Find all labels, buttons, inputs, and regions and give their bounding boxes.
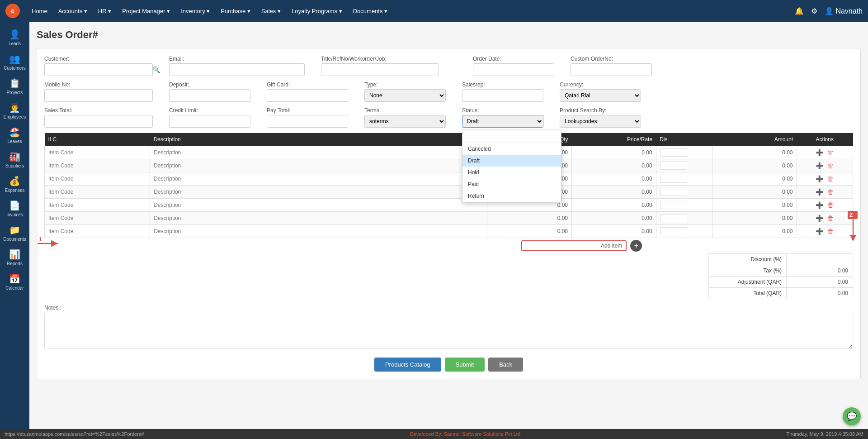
delete-row-button[interactable]: 🗑 xyxy=(826,214,835,222)
customer-search-button[interactable]: 🔍 xyxy=(152,66,160,73)
title-ref-group: Title/RefNo/Workorder/Job: xyxy=(321,56,466,76)
add-item-plus-button[interactable]: + xyxy=(630,240,642,252)
nav-sales[interactable]: Sales ▾ xyxy=(257,5,285,17)
product-search-select[interactable]: Lookupcodes xyxy=(560,115,641,128)
add-row-button[interactable]: ➕ xyxy=(814,201,825,209)
email-input[interactable] xyxy=(169,63,305,76)
cell-description: Description xyxy=(150,159,487,172)
delete-row-button[interactable]: 🗑 xyxy=(826,188,835,196)
pay-total-group: Pay Total: xyxy=(267,107,357,128)
pay-total-input[interactable] xyxy=(267,115,348,128)
sidebar-item-documents[interactable]: 📁 Documents xyxy=(0,221,29,245)
nav-hr[interactable]: HR ▾ xyxy=(94,5,116,17)
status-group: Status: Draft Canceled Draft Hold Paid R… xyxy=(462,107,552,128)
add-row-button[interactable]: ➕ xyxy=(814,188,825,196)
custom-order-input[interactable] xyxy=(571,63,652,76)
notes-textarea[interactable] xyxy=(44,313,853,349)
product-search-group: Product Search By: Lookupcodes xyxy=(560,107,650,128)
nav-inventory[interactable]: Inventory ▾ xyxy=(176,5,214,17)
status-option-paid[interactable]: Paid xyxy=(462,178,561,190)
cell-description: Description xyxy=(150,186,487,199)
chat-bubble[interactable]: 💬 xyxy=(843,407,861,425)
salesrep-input[interactable]: nayank xyxy=(462,89,543,102)
sidebar-item-reports[interactable]: 📊 Reports xyxy=(0,245,29,270)
cell-dis[interactable] xyxy=(656,186,712,199)
status-option-hold[interactable]: Hold xyxy=(462,167,561,178)
order-date-input[interactable]: 2019-05-09 xyxy=(473,63,554,76)
nav-menu: Home Accounts ▾ HR ▾ Project Manager ▾ I… xyxy=(27,5,795,17)
cell-dis[interactable] xyxy=(656,159,712,172)
terms-select[interactable]: soterms xyxy=(364,115,446,128)
table-row: Item Code Description 0.00 0.00 0.00 ➕ 🗑 xyxy=(45,199,853,212)
credit-limit-input[interactable] xyxy=(169,115,250,128)
settings-icon[interactable]: ⚙ xyxy=(811,7,817,15)
sidebar-item-label: Invoices xyxy=(6,212,23,217)
cell-price: 0.00 xyxy=(572,146,656,159)
nav-documents[interactable]: Documents ▾ xyxy=(349,5,392,17)
add-item-input[interactable] xyxy=(526,243,598,249)
delete-row-button[interactable]: 🗑 xyxy=(826,201,835,209)
sidebar-item-calendar[interactable]: 📅 Calendar xyxy=(0,270,29,294)
sales-total-group: Sales Total: xyxy=(44,107,162,128)
type-select[interactable]: None xyxy=(364,89,446,102)
sidebar-item-expenses[interactable]: 💰 Expenses xyxy=(0,172,29,196)
title-ref-input[interactable] xyxy=(321,63,439,76)
custom-order-label: Custom OrderNo: xyxy=(571,56,661,62)
cell-description: Description xyxy=(150,225,487,238)
products-catalog-button[interactable]: Products Catalog xyxy=(374,358,441,372)
nav-accounts[interactable]: Accounts ▾ xyxy=(54,5,92,17)
cell-dis[interactable] xyxy=(656,199,712,212)
currency-select[interactable]: Qatari Rial xyxy=(560,89,641,102)
delete-row-button[interactable]: 🗑 xyxy=(826,162,835,170)
submit-button[interactable]: Submit xyxy=(445,358,485,372)
status-option-return[interactable]: Return xyxy=(462,190,561,202)
sidebar-item-label: Reports xyxy=(7,261,23,266)
mobile-input[interactable] xyxy=(44,89,153,102)
sidebar-item-leaves[interactable]: 🏖️ Leaves xyxy=(0,123,29,148)
status-option-canceled[interactable]: Canceled xyxy=(462,143,561,155)
deposit-label: Deposit: xyxy=(169,81,259,88)
nav-purchase[interactable]: Purchase ▾ xyxy=(216,5,255,17)
gift-card-input[interactable] xyxy=(267,89,348,102)
discount-value[interactable] xyxy=(787,254,853,265)
add-row-button[interactable]: ➕ xyxy=(814,162,825,170)
cell-dis[interactable] xyxy=(656,146,712,159)
add-row-button[interactable]: ➕ xyxy=(814,214,825,222)
customer-input[interactable] xyxy=(44,63,153,76)
user-profile[interactable]: 👤 Navnath xyxy=(825,7,863,15)
notes-label: Notes : xyxy=(44,305,853,311)
cell-price: 0.00 xyxy=(572,159,656,172)
deposit-input[interactable] xyxy=(169,89,250,102)
sales-total-input[interactable] xyxy=(44,115,153,128)
add-row-button[interactable]: ➕ xyxy=(814,175,825,183)
cell-price: 0.00 xyxy=(572,172,656,186)
sidebar-item-customers[interactable]: 👥 Customers xyxy=(0,50,29,74)
sidebar-item-leads[interactable]: 👤 Leads xyxy=(0,25,29,50)
nav-home[interactable]: Home xyxy=(27,5,52,17)
delete-row-button[interactable]: 🗑 xyxy=(826,227,835,235)
status-option-draft[interactable]: Draft xyxy=(462,155,561,167)
sidebar-item-invoices[interactable]: 📄 Invoices xyxy=(0,196,29,221)
status-select[interactable]: Draft xyxy=(462,115,543,128)
cell-dis[interactable] xyxy=(656,172,712,186)
cell-dis[interactable] xyxy=(656,212,712,225)
sidebar-item-projects[interactable]: 📋 Projects xyxy=(0,74,29,99)
nav-project-manager[interactable]: Project Manager ▾ xyxy=(118,5,175,17)
delete-row-button[interactable]: 🗑 xyxy=(826,148,835,157)
terms-label: Terms: xyxy=(364,107,455,114)
notifications-icon[interactable]: 🔔 xyxy=(795,7,804,15)
add-row-button[interactable]: ➕ xyxy=(814,148,825,157)
back-button[interactable]: Back xyxy=(488,358,523,372)
cell-actions: ➕ 🗑 xyxy=(797,199,853,212)
cell-ilc: Item Code xyxy=(45,212,150,225)
nav-loyalty[interactable]: Loyalty Programs ▾ xyxy=(287,5,347,17)
delete-row-button[interactable]: 🗑 xyxy=(826,175,835,183)
col-ilc: ILC xyxy=(45,133,150,146)
sidebar-item-suppliers[interactable]: 🏭 Suppliers xyxy=(0,148,29,172)
sidebar-item-employees[interactable]: 👨‍💼 Employees xyxy=(0,99,29,123)
status-search-input[interactable] xyxy=(462,130,561,143)
sidebar-item-label: Suppliers xyxy=(5,163,24,168)
sidebar-item-label: Calendar xyxy=(5,286,24,291)
cell-dis[interactable] xyxy=(656,225,712,238)
add-row-button[interactable]: ➕ xyxy=(814,227,825,235)
